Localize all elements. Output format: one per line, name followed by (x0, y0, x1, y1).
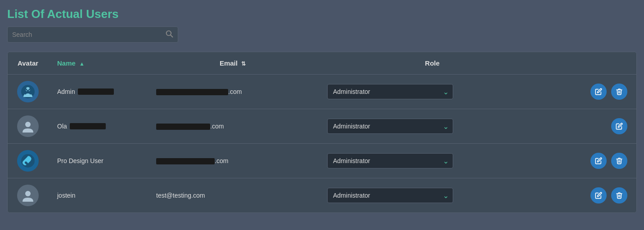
email-suffix: .com (210, 123, 224, 130)
table-header-row: Avatar Name ▲ Email ⇅ Role (8, 52, 636, 75)
search-bar (7, 27, 178, 43)
role-cell: Administrator Editor Viewer ⌄ (318, 178, 546, 213)
col-header-email[interactable]: Email ⇅ (147, 52, 318, 75)
col-header-role: Role (318, 52, 546, 75)
delete-button[interactable] (611, 153, 627, 169)
name-visible: Pro Design User (57, 157, 104, 164)
email-text: test@testing.com (156, 192, 205, 199)
name-visible: Admin (57, 88, 75, 95)
name-cell: jostein (48, 178, 147, 213)
delete-icon (616, 88, 623, 95)
name-cell: Ola (48, 109, 147, 144)
role-select[interactable]: Administrator Editor Viewer (327, 188, 453, 203)
email-redacted (156, 124, 210, 130)
role-select-wrapper: Administrator Editor Viewer ⌄ (327, 84, 453, 99)
name-cell: Admin (48, 75, 147, 109)
users-table: Avatar Name ▲ Email ⇅ Role (8, 52, 636, 212)
delete-icon (616, 192, 623, 199)
edit-icon (595, 157, 602, 164)
name-cell: Pro Design User (48, 144, 147, 178)
col-header-avatar: Avatar (8, 52, 48, 75)
svg-point-7 (25, 122, 31, 127)
actions-wrapper (555, 187, 627, 203)
email-suffix: .com (228, 88, 242, 95)
sort-name-icon: ▲ (79, 61, 85, 67)
avatar-icon (17, 115, 39, 137)
email-cell: .com (147, 75, 318, 109)
delete-button[interactable] (611, 84, 627, 100)
delete-icon (616, 157, 623, 164)
role-select[interactable]: Administrator Editor Viewer (327, 119, 453, 134)
role-cell: Administrator Editor Viewer ⌄ (318, 75, 546, 109)
role-cell: Administrator Editor Viewer ⌄ (318, 144, 546, 178)
col-header-name[interactable]: Name ▲ (48, 52, 147, 75)
role-select[interactable]: Administrator Editor Viewer (327, 153, 453, 168)
name-visible: jostein (57, 192, 75, 199)
edit-icon (616, 123, 623, 130)
avatar-icon (17, 150, 39, 172)
table-row: Admin.com Administrator Editor Viewer ⌄ (8, 75, 636, 109)
email-cell: .com (147, 144, 318, 178)
role-select-wrapper: Administrator Editor Viewer ⌄ (327, 188, 453, 203)
name-visible: Ola (57, 123, 67, 130)
role-select[interactable]: Administrator Editor Viewer (327, 84, 453, 99)
role-select-wrapper: Administrator Editor Viewer ⌄ (327, 119, 453, 134)
col-header-actions (546, 52, 636, 75)
email-cell: .com (147, 109, 318, 144)
edit-icon (595, 88, 602, 95)
edit-button[interactable] (590, 84, 607, 100)
actions-cell (546, 144, 636, 178)
avatar-cell (8, 75, 48, 109)
edit-button[interactable] (590, 187, 607, 203)
actions-wrapper (555, 118, 627, 134)
users-table-container: Avatar Name ▲ Email ⇅ Role (7, 52, 637, 213)
edit-button[interactable] (590, 153, 607, 169)
name-redacted (78, 88, 114, 95)
actions-wrapper (555, 84, 627, 100)
role-cell: Administrator Editor Viewer ⌄ (318, 109, 546, 144)
edit-button[interactable] (611, 118, 627, 134)
actions-wrapper (555, 153, 627, 169)
svg-point-11 (25, 191, 31, 196)
delete-button[interactable] (611, 187, 627, 203)
page-title: List Of Actual Users (7, 7, 637, 21)
avatar-cell (8, 109, 48, 144)
actions-cell (546, 178, 636, 213)
email-suffix: .com (215, 157, 228, 164)
email-redacted (156, 89, 228, 95)
avatar-cell (8, 178, 48, 213)
actions-cell (546, 109, 636, 144)
avatar-icon (17, 81, 39, 102)
sort-email-icon: ⇅ (241, 61, 246, 67)
search-button[interactable] (165, 30, 173, 40)
table-row: Pro Design User.com Administrator Editor… (8, 144, 636, 178)
svg-line-1 (171, 35, 173, 37)
email-redacted (156, 158, 215, 164)
avatar-icon (17, 185, 39, 206)
search-input[interactable] (12, 31, 165, 38)
avatar-cell (8, 144, 48, 178)
name-redacted (70, 123, 106, 129)
role-select-wrapper: Administrator Editor Viewer ⌄ (327, 153, 453, 168)
edit-icon (595, 192, 602, 199)
email-cell: test@testing.com (147, 178, 318, 213)
search-icon (165, 30, 173, 38)
table-row: Ola.com Administrator Editor Viewer ⌄ (8, 109, 636, 144)
table-row: josteintest@testing.com Administrator Ed… (8, 178, 636, 213)
actions-cell (546, 75, 636, 109)
